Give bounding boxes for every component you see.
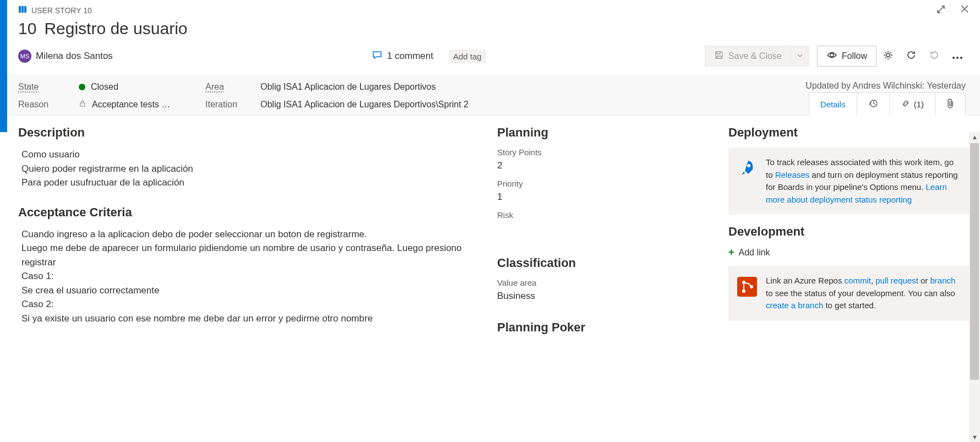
more-actions-button[interactable] bbox=[946, 46, 969, 67]
svg-rect-1 bbox=[21, 6, 24, 13]
tab-details[interactable]: Details bbox=[809, 93, 857, 116]
svg-point-10 bbox=[747, 164, 750, 167]
updated-by-text: Updated by Andres Wilchinski: Yesterday bbox=[805, 81, 966, 91]
work-item-type-label: USER STORY 10 bbox=[31, 6, 92, 15]
follow-button[interactable]: Follow bbox=[817, 46, 876, 67]
save-and-close-button: Save & Close bbox=[705, 46, 791, 67]
expand-icon[interactable] bbox=[936, 4, 946, 16]
svg-point-3 bbox=[830, 53, 834, 57]
scrollbar-thumb[interactable] bbox=[970, 143, 979, 380]
link-icon bbox=[901, 99, 911, 110]
col-planning: Planning Story Points 2 Priority 1 Risk … bbox=[486, 116, 717, 442]
story-points-value[interactable]: 2 bbox=[497, 160, 706, 171]
col-description: Description Como usuario Quiero poder re… bbox=[7, 116, 486, 442]
follow-label: Follow bbox=[842, 51, 867, 61]
svg-rect-8 bbox=[80, 103, 85, 106]
create-branch-link[interactable]: create a branch bbox=[766, 301, 823, 310]
scroll-up-icon[interactable]: ▲ bbox=[972, 134, 978, 140]
tab-attachments[interactable] bbox=[935, 93, 965, 116]
priority-value[interactable]: 1 bbox=[497, 192, 706, 203]
svg-rect-0 bbox=[19, 6, 21, 13]
commit-link[interactable]: commit bbox=[845, 276, 871, 285]
history-icon bbox=[868, 99, 878, 110]
value-area-label: Value area bbox=[497, 278, 706, 287]
acceptance-content[interactable]: Cuando ingreso a la aplicacion debo de p… bbox=[21, 227, 475, 326]
attachment-icon bbox=[946, 99, 954, 110]
lock-icon bbox=[79, 100, 86, 110]
save-close-label: Save & Close bbox=[728, 51, 782, 61]
actions-row: MS Milena dos Santos 1 comment Add tag S… bbox=[7, 43, 980, 74]
meta-strip: State Closed Area Oblig ISA1 Aplicacion … bbox=[7, 74, 980, 116]
comment-icon bbox=[372, 50, 383, 63]
gear-icon bbox=[883, 50, 894, 63]
state-dot-icon bbox=[79, 84, 85, 90]
story-points-label: Story Points bbox=[497, 148, 706, 157]
rocket-icon bbox=[737, 159, 757, 178]
scroll-down-icon[interactable]: ▼ bbox=[972, 434, 978, 440]
work-item-title[interactable]: 10Registro de usuario bbox=[7, 18, 980, 43]
body: Description Como usuario Quiero poder re… bbox=[7, 116, 980, 442]
comment-count: 1 comment bbox=[387, 51, 433, 62]
state-label: State bbox=[18, 82, 79, 92]
branch-link[interactable]: branch bbox=[930, 276, 956, 285]
add-tag-button[interactable]: Add tag bbox=[449, 50, 486, 63]
development-info-box: Link an Azure Repos commit, pull request… bbox=[728, 266, 969, 321]
deployment-text: To track releases associated with this w… bbox=[766, 156, 960, 206]
state-value[interactable]: Closed bbox=[79, 82, 205, 92]
releases-link[interactable]: Releases bbox=[775, 170, 810, 179]
refresh-button[interactable] bbox=[900, 46, 923, 67]
svg-point-13 bbox=[742, 290, 745, 293]
planning-poker-heading: Planning Poker bbox=[497, 320, 706, 335]
development-text: Link an Azure Repos commit, pull request… bbox=[766, 275, 960, 312]
plus-icon: + bbox=[728, 247, 734, 258]
col-deployment: Deployment To track releases associated … bbox=[717, 116, 980, 442]
svg-rect-2 bbox=[24, 6, 26, 13]
deployment-info-box: To track releases associated with this w… bbox=[728, 148, 969, 215]
risk-label: Risk bbox=[497, 210, 706, 220]
add-link-button[interactable]: + Add link bbox=[728, 247, 969, 258]
iteration-value[interactable]: Oblig ISA1 Aplicacion de Lugares Deporti… bbox=[260, 100, 469, 110]
description-heading: Description bbox=[18, 125, 475, 140]
ellipsis-icon bbox=[952, 51, 963, 62]
undo-icon bbox=[929, 50, 940, 63]
comments-link[interactable]: 1 comment bbox=[372, 50, 433, 63]
refresh-icon bbox=[906, 50, 917, 63]
tab-history[interactable] bbox=[857, 93, 890, 116]
git-icon bbox=[737, 277, 757, 297]
work-item-title-text: Registro de usuario bbox=[44, 19, 187, 37]
work-item-id: 10 bbox=[18, 19, 36, 37]
svg-point-4 bbox=[886, 53, 890, 57]
work-item-type-icon bbox=[18, 5, 27, 15]
risk-value[interactable] bbox=[497, 223, 706, 234]
deployment-heading: Deployment bbox=[728, 125, 969, 140]
tab-links[interactable]: (1) bbox=[890, 93, 935, 116]
area-label: Area bbox=[205, 82, 260, 92]
description-content[interactable]: Como usuario Quiero poder registrarme en… bbox=[21, 148, 475, 190]
save-dropdown bbox=[791, 46, 809, 67]
area-value[interactable]: Oblig ISA1 Aplicacion de Lugares Deporti… bbox=[260, 82, 435, 92]
acceptance-heading: Acceptance Criteria bbox=[18, 205, 475, 220]
chevron-down-icon bbox=[797, 51, 803, 61]
close-icon[interactable] bbox=[960, 4, 969, 16]
priority-label: Priority bbox=[497, 179, 706, 188]
reason-label: Reason bbox=[18, 100, 79, 110]
settings-button[interactable] bbox=[876, 46, 900, 67]
svg-point-7 bbox=[960, 57, 962, 59]
classification-heading: Classification bbox=[497, 256, 706, 270]
assignee-name[interactable]: Milena dos Santos bbox=[36, 51, 113, 62]
svg-rect-11 bbox=[737, 277, 757, 297]
pull-request-link[interactable]: pull request bbox=[875, 276, 918, 285]
undo-button bbox=[923, 46, 946, 67]
assignee-avatar[interactable]: MS bbox=[18, 50, 31, 63]
left-accent-bar bbox=[0, 0, 7, 132]
svg-point-6 bbox=[956, 57, 959, 59]
reason-value[interactable]: Acceptance tests … bbox=[79, 100, 205, 110]
development-heading: Development bbox=[728, 225, 969, 239]
svg-point-12 bbox=[742, 281, 745, 284]
header-topline: USER STORY 10 bbox=[7, 0, 980, 18]
iteration-label: Iteration bbox=[205, 100, 260, 110]
detail-tabs: Details (1) bbox=[809, 92, 966, 116]
follow-icon bbox=[826, 50, 837, 63]
value-area-value[interactable]: Business bbox=[497, 291, 706, 302]
svg-point-5 bbox=[952, 57, 955, 59]
